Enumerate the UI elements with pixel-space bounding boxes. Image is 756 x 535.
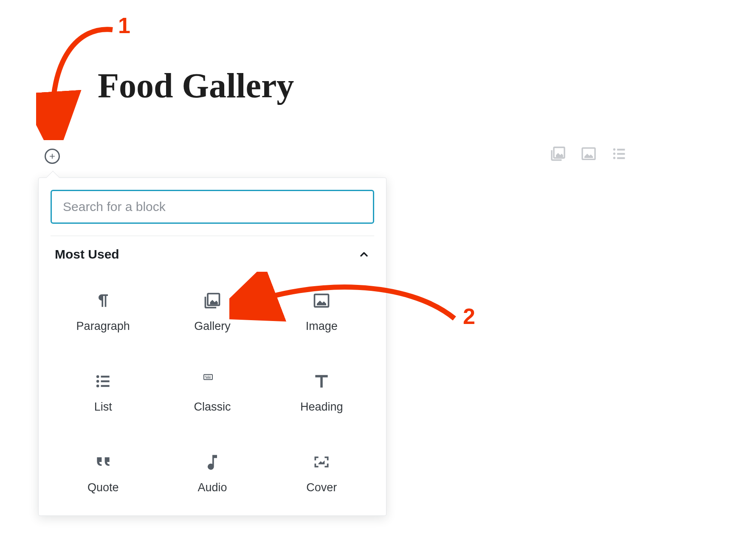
- search-wrap: [51, 190, 374, 236]
- image-icon: [580, 145, 597, 162]
- block-label: Quote: [87, 481, 119, 494]
- svg-rect-17: [205, 376, 206, 377]
- svg-point-4: [613, 152, 615, 155]
- gallery-icon: [550, 145, 567, 162]
- block-inserter-popover: Most Used Paragraph Gallery: [38, 177, 386, 516]
- block-label: List: [94, 400, 112, 414]
- block-list[interactable]: List: [51, 354, 155, 431]
- svg-rect-18: [206, 376, 207, 377]
- svg-rect-13: [101, 380, 109, 382]
- block-label: Heading: [300, 400, 343, 414]
- svg-point-10: [96, 375, 99, 378]
- shortcut-image[interactable]: [579, 144, 598, 163]
- shortcut-list[interactable]: [610, 144, 629, 163]
- svg-rect-15: [101, 385, 109, 386]
- block-label: Gallery: [194, 320, 231, 333]
- plus-icon: [48, 152, 56, 160]
- block-image[interactable]: Image: [269, 273, 374, 350]
- list-icon: [93, 372, 113, 391]
- keyboard-icon: [203, 372, 222, 391]
- block-paragraph[interactable]: Paragraph: [51, 273, 155, 350]
- shortcut-gallery[interactable]: [549, 144, 567, 163]
- block-gallery[interactable]: Gallery: [160, 273, 265, 350]
- svg-rect-7: [617, 157, 625, 159]
- block-quote[interactable]: Quote: [51, 435, 155, 511]
- svg-point-14: [96, 384, 99, 387]
- block-cover[interactable]: Cover: [269, 435, 374, 511]
- block-label: Cover: [306, 481, 337, 494]
- add-block-button[interactable]: [45, 149, 60, 164]
- category-label: Most Used: [55, 247, 119, 262]
- list-icon: [611, 145, 628, 162]
- cover-icon: [312, 452, 331, 472]
- svg-rect-5: [617, 153, 625, 155]
- gallery-icon: [203, 291, 222, 310]
- chevron-up-icon: [358, 248, 370, 260]
- svg-rect-11: [101, 375, 109, 377]
- block-search-input[interactable]: [51, 190, 374, 224]
- audio-icon: [203, 452, 222, 472]
- block-label: Image: [306, 320, 338, 333]
- paragraph-icon: [93, 291, 113, 310]
- svg-rect-19: [208, 376, 209, 377]
- annotation-number-1: 1: [118, 13, 130, 38]
- block-audio[interactable]: Audio: [160, 435, 265, 511]
- heading-icon: [312, 372, 331, 391]
- image-icon: [312, 291, 331, 310]
- svg-point-12: [96, 380, 99, 383]
- block-shortcuts: [549, 144, 629, 163]
- annotation-number-2: 2: [463, 304, 475, 329]
- svg-rect-21: [206, 377, 211, 378]
- block-label: Audio: [197, 481, 227, 494]
- category-most-used-toggle[interactable]: Most Used: [51, 236, 374, 266]
- block-classic[interactable]: Classic: [160, 354, 265, 431]
- block-heading[interactable]: Heading: [269, 354, 374, 431]
- svg-rect-16: [204, 374, 212, 380]
- block-grid: Paragraph Gallery Image: [51, 266, 374, 511]
- svg-point-2: [613, 148, 615, 150]
- block-label: Classic: [194, 400, 231, 414]
- svg-point-6: [613, 157, 615, 159]
- svg-rect-3: [617, 149, 625, 150]
- quote-icon: [93, 452, 113, 472]
- page-title[interactable]: Food Gallery: [98, 66, 294, 106]
- svg-rect-20: [209, 376, 210, 377]
- block-label: Paragraph: [76, 320, 130, 333]
